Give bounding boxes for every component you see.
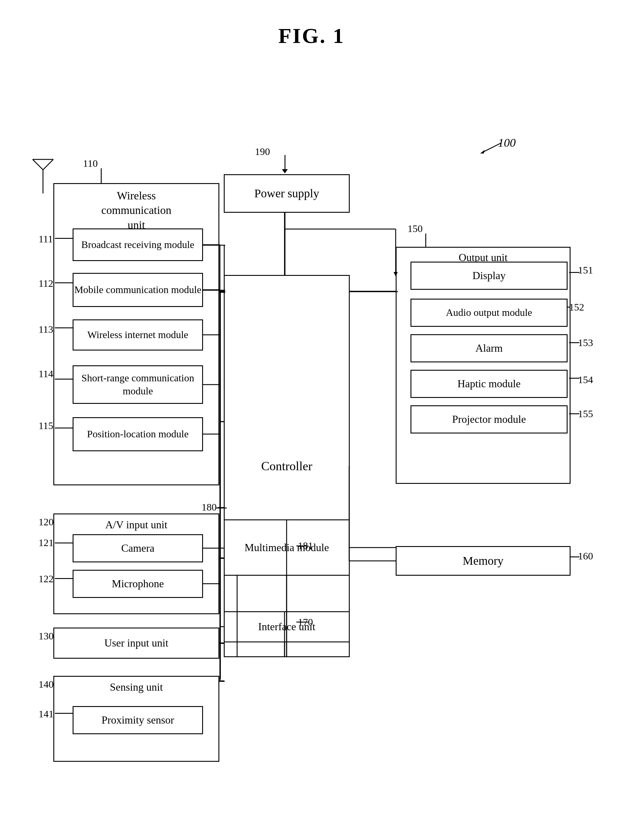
connectors-svg: [0, 66, 623, 840]
page-title: FIG. 1: [0, 0, 623, 66]
diagram: 190 Power supply 100 110 Wirelesscommuni…: [0, 66, 623, 837]
svg-marker-9: [394, 272, 398, 276]
